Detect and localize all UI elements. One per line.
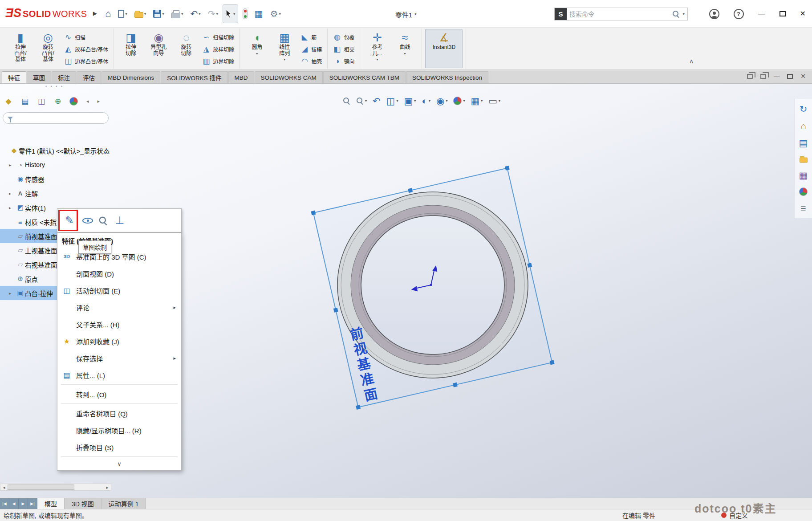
fillet-button[interactable]: 圆角 <box>243 29 271 68</box>
search-command-box[interactable]: S <box>554 8 688 20</box>
custom-properties-icon[interactable] <box>800 204 806 213</box>
dropdown-icon[interactable] <box>499 99 500 103</box>
ribbon-collapse-icon[interactable] <box>689 58 694 64</box>
previous-view-button[interactable] <box>373 96 381 106</box>
tab-3d-views[interactable]: 3D 视图 <box>65 498 102 509</box>
zoom-to-selection-button[interactable] <box>98 216 107 225</box>
loft-button[interactable]: 放样凸台/基体 <box>62 43 110 55</box>
menu-item-go-to[interactable]: 转到... (O) <box>57 386 181 403</box>
tab-evaluate[interactable]: 评估 <box>77 71 101 83</box>
menu-item-save-selection[interactable]: 保存选择 <box>57 350 181 366</box>
scrollbar-thumb[interactable] <box>8 484 74 490</box>
doc-close-button[interactable] <box>800 73 806 79</box>
reference-geometry-button[interactable]: 参考 几... <box>363 29 391 68</box>
revolve-boss-button[interactable]: 旋转 凸台/ 基体 <box>34 29 62 68</box>
tab-sketch[interactable]: 草图 <box>27 71 51 83</box>
tab-cam-tbm[interactable]: SOLIDWORKS CAM TBM <box>323 71 406 83</box>
boundary-boss-button[interactable]: 边界凸台/基体 <box>62 55 110 67</box>
dropdown-icon[interactable] <box>376 58 378 61</box>
appearances-scenes-icon[interactable] <box>799 187 808 196</box>
dropdown-icon[interactable] <box>256 52 258 56</box>
dropdown-icon[interactable] <box>414 99 416 103</box>
toolbox-icon[interactable] <box>799 138 808 147</box>
tab-mbd[interactable]: MBD <box>228 71 254 83</box>
dropdown-icon[interactable] <box>463 99 465 103</box>
first-tab-icon[interactable] <box>0 498 9 509</box>
revolved-cut-button[interactable]: 旋转 切除 <box>172 29 200 68</box>
file-explorer-icon[interactable] <box>800 158 808 163</box>
dropdown-icon[interactable] <box>125 12 127 16</box>
panel-splitter-handle[interactable] <box>45 84 64 89</box>
panel-horizontal-scrollbar[interactable] <box>0 484 111 491</box>
dropdown-icon[interactable] <box>181 12 183 16</box>
tab-cam[interactable]: SOLIDWORKS CAM <box>255 71 323 83</box>
front-plane[interactable]: 前视基准面 <box>311 166 554 410</box>
home-button[interactable] <box>102 4 114 23</box>
new-document-button[interactable] <box>115 4 130 23</box>
tree-filter[interactable] <box>3 112 109 124</box>
pane-tile-icon[interactable] <box>760 74 766 79</box>
zoom-area-button[interactable] <box>356 97 367 105</box>
linear-pattern-button[interactable]: 线性 阵列 <box>271 29 298 68</box>
dropdown-icon[interactable] <box>396 99 398 103</box>
search-input[interactable] <box>567 11 672 18</box>
tree-item-sensors[interactable]: 传感器 <box>0 172 111 186</box>
next-tab-icon[interactable] <box>19 498 28 509</box>
solidworks-resources-icon[interactable] <box>800 104 808 114</box>
boundary-cut-button[interactable]: 边界切除 <box>200 55 236 67</box>
tab-addins[interactable]: SOLIDWORKS 插件 <box>161 71 227 83</box>
dropdown-icon[interactable] <box>233 12 235 16</box>
doc-minimize-button[interactable] <box>774 73 780 79</box>
tree-item-annotations[interactable]: 注解 <box>0 186 111 200</box>
menu-item-live-section-plane[interactable]: 活动剖切面 (E) <box>57 282 181 299</box>
evaluate-table-button[interactable] <box>252 4 266 23</box>
qat-expand-icon[interactable] <box>93 11 97 16</box>
dropdown-icon[interactable] <box>144 12 146 16</box>
tree-filter-input[interactable] <box>16 115 108 122</box>
pane-split-icon[interactable] <box>747 74 753 79</box>
expand-arrow-icon[interactable] <box>9 291 16 296</box>
tab-model[interactable]: 模型 <box>37 498 65 509</box>
graphics-viewport[interactable]: 前视基准面 <box>0 84 812 498</box>
display-style-button[interactable] <box>422 96 430 106</box>
dropdown-icon[interactable] <box>199 12 201 16</box>
dropdown-icon[interactable] <box>404 52 406 56</box>
wrap-button[interactable]: 包覆 <box>331 31 357 43</box>
expand-arrow-icon[interactable] <box>9 163 16 167</box>
view-orientation-button[interactable] <box>404 96 416 106</box>
intersect-button[interactable]: 相交 <box>331 43 357 55</box>
hide-show-items-button[interactable] <box>436 96 447 106</box>
tab-inspection[interactable]: SOLIDWORKS Inspection <box>406 71 488 83</box>
menu-item-comment[interactable]: 评论 <box>57 299 181 316</box>
menu-item-parent-child[interactable]: 父子关系... (H) <box>57 316 181 333</box>
apply-scene-button[interactable] <box>471 96 483 106</box>
displaymanager-tab-icon[interactable] <box>69 97 78 106</box>
menu-expand-chevron[interactable] <box>57 458 181 469</box>
menu-item-properties[interactable]: 属性... (L) <box>57 366 181 383</box>
save-button[interactable] <box>150 4 167 23</box>
undo-button[interactable] <box>187 4 203 23</box>
section-view-button[interactable] <box>386 96 398 106</box>
propertymanager-tab-icon[interactable] <box>20 96 30 106</box>
scroll-left-icon[interactable] <box>0 485 8 490</box>
tree-item-part-root[interactable]: 零件1 (默认) <<默认>_显示状态 <box>0 143 111 158</box>
shell-button[interactable]: 抽壳 <box>298 55 324 67</box>
dropdown-icon[interactable] <box>481 99 483 103</box>
dropdown-icon[interactable] <box>284 58 285 61</box>
curves-button[interactable]: 曲线 <box>391 29 418 68</box>
selection-filter-button[interactable] <box>240 4 250 23</box>
expand-arrow-icon[interactable] <box>9 205 16 210</box>
menu-item-collapse-items[interactable]: 折叠项目 (S) <box>57 439 181 456</box>
open-button[interactable] <box>132 4 149 23</box>
dropdown-icon[interactable] <box>216 12 218 16</box>
minimize-button[interactable] <box>758 10 765 17</box>
dropdown-icon[interactable] <box>162 12 164 16</box>
menu-item-section-view[interactable]: 剖面视图 (D) <box>57 265 181 282</box>
user-account-icon[interactable] <box>709 9 719 19</box>
configurationmanager-tab-icon[interactable] <box>37 96 46 106</box>
select-button[interactable] <box>223 4 238 23</box>
sweep-button[interactable]: 扫描 <box>62 31 110 43</box>
zoom-fit-button[interactable] <box>343 97 350 105</box>
tab-features[interactable]: 特征 <box>2 71 26 83</box>
tab-annotate[interactable]: 标注 <box>52 71 76 83</box>
